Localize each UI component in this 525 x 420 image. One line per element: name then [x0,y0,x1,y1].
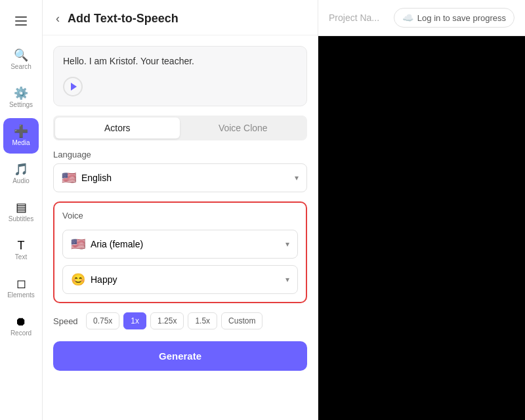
tab-voice-clone[interactable]: Voice Clone [181,117,306,138]
speed-option-Custom[interactable]: Custom [221,312,262,329]
language-dropdown[interactable]: 🇺🇸 English ▾ [53,163,307,192]
speed-option-1.25x[interactable]: 1.25x [150,312,184,329]
text-content: Hello. I am Kristof. Your teacher. [63,56,297,66]
tab-actors[interactable]: Actors [55,117,180,138]
voice-section: Voice 🇺🇸 Aria (female) ▾ 😊 Happy ▾ [53,201,307,303]
voice-flag: 🇺🇸 [71,237,85,251]
save-label: Log in to save progress [417,13,506,23]
sidebar-item-search[interactable]: 🔍 Search [3,42,39,77]
project-name: Project Na... [329,12,379,23]
language-section: Language 🇺🇸 English ▾ [53,150,307,192]
play-icon [71,83,77,91]
back-button[interactable]: ‹ [53,10,62,27]
audio-icon: 🎵 [14,163,28,175]
generate-button[interactable]: Generate [53,341,307,371]
subtitles-icon: ▤ [16,201,27,213]
voice-name-dropdown[interactable]: 🇺🇸 Aria (female) ▾ [62,230,298,259]
main-panel: ‹ Add Text-to-Speech Hello. I am Kristof… [43,0,318,420]
speed-option-1x[interactable]: 1x [123,312,146,329]
record-icon: ⏺ [15,316,27,327]
speed-option-1.5x[interactable]: 1.5x [188,312,217,329]
media-icon: ➕ [14,125,28,137]
play-button[interactable] [63,77,83,96]
language-label: Language [53,150,307,159]
subtitles-label: Subtitles [9,215,33,222]
emotion-emoji: 😊 [71,272,85,287]
audio-label: Audio [12,177,30,184]
speed-section: Speed 0.75x1x1.25x1.5xCustom [53,312,307,329]
settings-icon: ⚙️ [14,87,28,99]
voice-section-label: Voice [62,211,298,220]
sidebar-item-media[interactable]: ➕ Media [3,118,39,154]
panel-content: Hello. I am Kristof. Your teacher. Actor… [43,35,318,381]
voice-name: Aria (female) [91,239,143,249]
sidebar-item-record[interactable]: ⏺ Record [3,308,39,344]
search-icon: 🔍 [14,49,28,61]
language-flag: 🇺🇸 [62,171,76,185]
sidebar-item-subtitles[interactable]: ▤ Subtitles [3,194,39,230]
save-progress-button[interactable]: ☁️ Log in to save progress [394,8,514,28]
text-label: Text [15,253,27,261]
elements-icon: ◻ [16,278,26,289]
language-value: English [81,173,112,183]
sidebar-item-text[interactable]: T Text [3,232,39,268]
voice-name-arrow: ▾ [285,240,289,249]
text-icon: T [18,240,25,251]
elements-label: Elements [7,291,35,299]
language-dropdown-arrow: ▾ [295,173,299,182]
record-label: Record [10,329,32,337]
panel-title: Add Text-to-Speech [68,12,178,26]
panel-header: ‹ Add Text-to-Speech [43,0,318,35]
hamburger-menu[interactable] [8,8,34,34]
sidebar-item-settings[interactable]: ⚙️ Settings [3,80,39,116]
sidebar-item-audio[interactable]: 🎵 Audio [3,156,39,192]
speed-label: Speed [53,316,81,326]
settings-label: Settings [9,101,33,108]
preview-panel: Project Na... ☁️ Log in to save progress [318,0,525,420]
search-label: Search [10,63,32,70]
text-input-box[interactable]: Hello. I am Kristof. Your teacher. [53,46,307,106]
preview-header: Project Na... ☁️ Log in to save progress [318,0,525,36]
voice-emotion-arrow: ▾ [285,275,289,284]
media-label: Media [12,139,30,146]
cloud-icon: ☁️ [402,12,413,23]
canvas-preview [318,36,525,420]
voice-emotion-dropdown[interactable]: 😊 Happy ▾ [62,265,298,294]
sidebar: 🔍 Search ⚙️ Settings ➕ Media 🎵 Audio ▤ S… [0,0,43,420]
speed-option-0.75x[interactable]: 0.75x [86,312,119,329]
voice-emotion: Happy [91,274,117,285]
speed-buttons: 0.75x1x1.25x1.5xCustom [86,312,262,329]
sidebar-item-elements[interactable]: ◻ Elements [3,270,39,306]
tab-bar: Actors Voice Clone [53,116,307,140]
